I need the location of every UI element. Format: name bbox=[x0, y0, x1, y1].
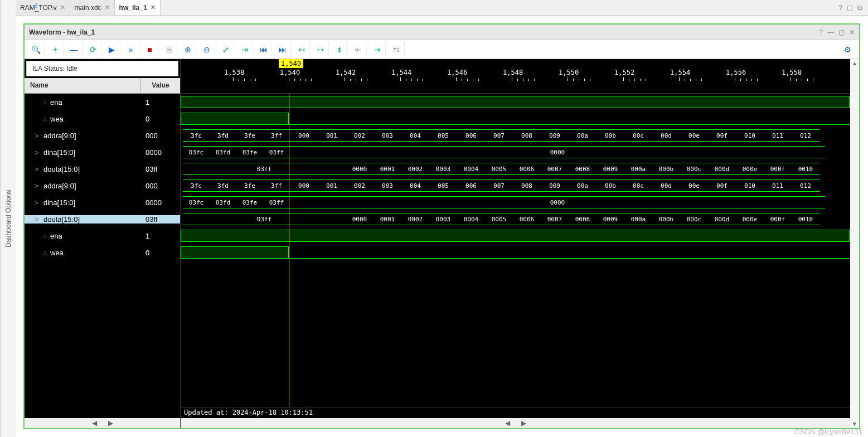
zoom-in-icon[interactable]: ⊕ bbox=[180, 42, 196, 57]
next-marker-icon[interactable]: ⇥ bbox=[369, 42, 386, 57]
signal-row[interactable]: >▮dina[15:0]0000 bbox=[25, 194, 180, 211]
help-icon[interactable]: ? bbox=[838, 4, 842, 12]
bus-segment: 0005 bbox=[485, 213, 513, 225]
signal-row[interactable]: >▮dina[15:0]0000 bbox=[25, 144, 180, 161]
signal-row[interactable]: ⎍wea0 bbox=[25, 244, 180, 261]
editor-tab[interactable]: hw_ila_1✕ bbox=[115, 0, 161, 15]
signal-row[interactable]: ⎍wea0 bbox=[25, 110, 180, 127]
zoom-out-icon[interactable]: ⊖ bbox=[198, 42, 215, 57]
zoom-fit-icon[interactable]: ⤢ bbox=[217, 42, 234, 57]
bus-segment: 00a bbox=[569, 129, 597, 142]
wave-scrollbar[interactable]: ◀▶ bbox=[181, 418, 850, 428]
bus-segment: 000a bbox=[624, 213, 652, 225]
bus-segment: 0009 bbox=[597, 163, 624, 175]
waveform-row[interactable] bbox=[181, 227, 850, 244]
minimize-icon[interactable]: — bbox=[827, 28, 834, 36]
dashboard-options-tab[interactable]: Dashboard Options bbox=[0, 0, 16, 437]
popout-icon[interactable]: ⧉ bbox=[857, 4, 862, 12]
column-value[interactable]: Value bbox=[141, 78, 180, 93]
bus-segment: 0004 bbox=[457, 163, 485, 175]
close-icon[interactable]: ✕ bbox=[60, 4, 65, 11]
prev-edge-icon[interactable]: ↤ bbox=[293, 42, 310, 57]
signal-row[interactable]: >▮addra[9:0]000 bbox=[25, 177, 180, 194]
bus-segment: 03ff bbox=[263, 146, 290, 158]
bus-segment: 00b bbox=[597, 179, 624, 192]
signal-value: 000 bbox=[141, 182, 180, 190]
play-icon[interactable]: ▶ bbox=[104, 42, 120, 57]
remove-icon[interactable]: — bbox=[66, 42, 83, 57]
bus-segment: 009 bbox=[541, 129, 569, 142]
bus-segment: 00c bbox=[624, 179, 652, 192]
bus-segment: 0006 bbox=[513, 163, 541, 175]
help-icon[interactable]: ? bbox=[819, 28, 823, 36]
bus-segment: 0000 bbox=[290, 146, 825, 158]
fast-forward-icon[interactable]: » bbox=[123, 42, 139, 57]
signal-row[interactable]: ⎍ena1 bbox=[25, 94, 180, 110]
signal-row[interactable]: ⎍ena1 bbox=[25, 227, 180, 244]
next-edge-icon[interactable]: ↦ bbox=[312, 42, 329, 57]
time-ruler[interactable]: 1,5381,5401,5421,5441,5461,5481,5501,552… bbox=[181, 80, 850, 93]
bus-segment: 0009 bbox=[597, 213, 624, 225]
bus-segment: 0001 bbox=[374, 213, 401, 225]
first-icon[interactable]: ⏮ bbox=[255, 42, 272, 57]
bus-segment: 03ff bbox=[183, 163, 346, 175]
bus-segment: 007 bbox=[485, 179, 513, 192]
bus-segment: 03fe bbox=[236, 196, 263, 208]
waveform-row[interactable]: 3fc3fd3fe3ff0000010020030040050060070080… bbox=[181, 177, 850, 194]
waveform-row[interactable]: 03ff000000010002000300040005000600070008… bbox=[181, 161, 850, 177]
bus-segment: 010 bbox=[736, 129, 764, 142]
signal-name: ⎍wea bbox=[25, 249, 141, 257]
waveform-row[interactable]: 3fc3fd3fe3ff0000010020030040050060070080… bbox=[181, 127, 850, 144]
editor-tab[interactable]: RAM_TOP.v✕ bbox=[16, 0, 70, 15]
bus-segment: 007 bbox=[485, 129, 513, 142]
bus-segment: 005 bbox=[429, 179, 457, 192]
settings-icon[interactable]: ⚙ bbox=[839, 42, 856, 57]
close-icon[interactable]: ✕ bbox=[105, 4, 110, 11]
bus-segment: 0008 bbox=[569, 163, 597, 175]
bit-waveform bbox=[181, 230, 850, 242]
add-icon[interactable]: ＋ bbox=[47, 42, 64, 57]
bus-segment: 00d bbox=[652, 179, 680, 192]
go-to-cursor-icon[interactable]: ⇥ bbox=[236, 42, 253, 57]
bus-segment: 03ff bbox=[183, 213, 346, 225]
waveform-row[interactable]: 03ff000000010002000300040005000600070008… bbox=[181, 211, 850, 227]
signal-name: ⎍ena bbox=[25, 232, 141, 240]
bit-waveform bbox=[289, 256, 850, 259]
stop-icon[interactable]: ■ bbox=[142, 42, 158, 57]
prev-marker-icon[interactable]: ⇤ bbox=[350, 42, 367, 57]
bus-segment: 0007 bbox=[541, 213, 569, 225]
signal-name: ⎍ena bbox=[25, 98, 141, 106]
bus-segment: 008 bbox=[513, 179, 541, 192]
waveform-row[interactable] bbox=[181, 110, 850, 127]
cursor-label[interactable]: 1,540 bbox=[279, 59, 303, 68]
signal-row[interactable]: >▮douta[15:0]03ff bbox=[25, 211, 180, 227]
waveform-row[interactable] bbox=[181, 244, 850, 261]
panel-title-text: Waveform - hw_ila_1 bbox=[29, 28, 95, 36]
bus-segment: 012 bbox=[792, 129, 819, 142]
bus-segment: 003 bbox=[374, 179, 401, 192]
maximize-icon[interactable]: ▢ bbox=[838, 28, 845, 36]
refresh-icon[interactable]: ⟳ bbox=[85, 42, 101, 57]
export-icon[interactable]: ⎘ bbox=[161, 42, 177, 57]
signal-value: 0000 bbox=[141, 198, 180, 207]
bus-segment: 000f bbox=[764, 163, 792, 175]
waveform-row[interactable]: 03fc03fd03fe03ff0000 bbox=[181, 144, 850, 161]
waveform-area[interactable]: 1,540 1,5381,5401,5421,5441,5461,5481,55… bbox=[181, 59, 850, 428]
waveform-row[interactable] bbox=[181, 94, 850, 110]
editor-tab[interactable]: main.xdc✕ bbox=[70, 0, 115, 15]
close-icon[interactable]: ✕ bbox=[849, 28, 855, 36]
signal-scrollbar[interactable]: ◀▶ bbox=[25, 418, 180, 428]
waveform-row[interactable]: 03fc03fd03fe03ff0000 bbox=[181, 194, 850, 211]
signal-row[interactable]: >▮douta[15:0]03ff bbox=[25, 161, 180, 177]
swap-icon[interactable]: ⇆ bbox=[388, 42, 405, 57]
signal-row[interactable]: >▮addra[9:0]000 bbox=[25, 127, 180, 144]
bus-segment: 00f bbox=[708, 179, 736, 192]
add-marker-icon[interactable]: ⇟ bbox=[331, 42, 348, 57]
cursor-line[interactable] bbox=[289, 94, 289, 407]
last-icon[interactable]: ⏭ bbox=[274, 42, 291, 57]
maximize-icon[interactable]: ▢ bbox=[847, 4, 853, 12]
signal-name: >▮dina[15:0] bbox=[25, 198, 141, 207]
close-icon[interactable]: ✕ bbox=[151, 4, 156, 11]
vertical-scrollbar[interactable]: ▲▼ bbox=[850, 59, 859, 428]
column-name[interactable]: Name bbox=[25, 78, 141, 93]
